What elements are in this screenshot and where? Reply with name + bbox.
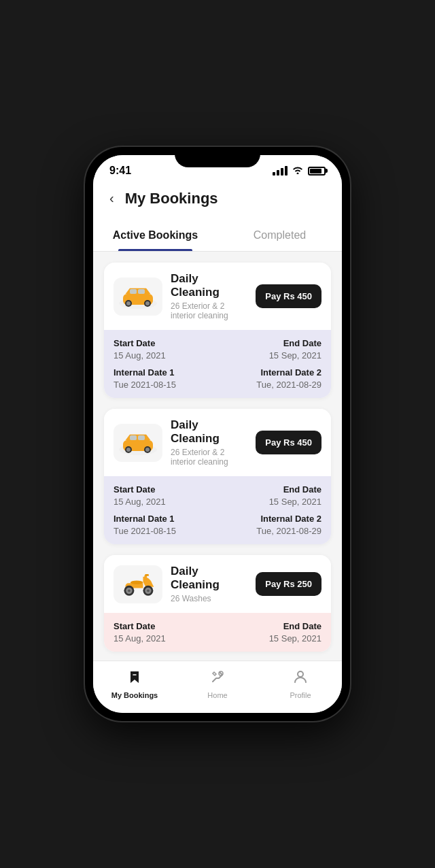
status-icons — [273, 165, 326, 176]
booking-card: Daily Cleaning 26 Exterior & 2 interior … — [104, 263, 331, 398]
vehicle-icon-wrapper — [114, 278, 162, 316]
nav-label-profile: Profile — [290, 691, 311, 699]
svg-rect-3 — [138, 289, 145, 294]
internal-date2-col: Internal Date 2 Tue, 2021-08-29 — [256, 514, 321, 536]
date-row-1: Start Date 15 Aug, 2021 End Date 15 Sep,… — [114, 338, 321, 361]
end-date-col: End Date 15 Sep, 2021 — [269, 484, 321, 507]
start-date-col: Start Date 15 Aug, 2021 — [114, 338, 166, 361]
bottom-nav: My Bookings Home — [93, 661, 342, 713]
card-info: Daily Cleaning 26 Exterior & 2 interior … — [171, 418, 247, 467]
card-top: Daily Cleaning 26 Washes Pay Rs 250 — [104, 555, 331, 613]
internal-date1-label: Internal Date 1 — [114, 367, 176, 378]
internal-date1-col: Internal Date 1 Tue 2021-08-15 — [114, 367, 176, 390]
pay-button[interactable]: Pay Rs 450 — [256, 284, 321, 308]
card-title: Daily Cleaning — [171, 272, 247, 299]
internal-date1-value: Tue 2021-08-15 — [114, 526, 176, 536]
tabs: Active Bookings Completed — [93, 220, 342, 252]
end-date-label: End Date — [283, 621, 321, 631]
card-dates: Start Date 15 Aug, 2021 End Date 15 Sep,… — [104, 330, 331, 398]
internal-date2-value: Tue, 2021-08-29 — [256, 380, 321, 390]
end-date-col: End Date 15 Sep, 2021 — [269, 338, 321, 361]
page-title: My Bookings — [125, 190, 218, 207]
tools-icon — [210, 669, 225, 688]
card-info: Daily Cleaning 26 Exterior & 2 interior … — [171, 272, 247, 320]
svg-point-19 — [147, 589, 150, 592]
nav-label-home: Home — [207, 691, 227, 699]
nav-label-bookings: My Bookings — [111, 691, 158, 699]
svg-point-15 — [145, 448, 150, 452]
end-date-value: 15 Sep, 2021 — [269, 633, 321, 644]
start-date-label: Start Date — [114, 338, 166, 348]
card-top: Daily Cleaning 26 Exterior & 2 interior … — [104, 263, 331, 330]
status-time: 9:41 — [109, 165, 131, 177]
booking-card: Daily Cleaning 26 Washes Pay Rs 250 Star… — [104, 555, 331, 652]
battery-icon — [308, 167, 326, 176]
internal-date2-col: Internal Date 2 Tue, 2021-08-29 — [256, 367, 321, 390]
notch — [175, 147, 260, 167]
tab-active-bookings[interactable]: Active Bookings — [93, 220, 218, 251]
date-row-1: Start Date 15 Aug, 2021 End Date 15 Sep,… — [114, 484, 321, 507]
back-button[interactable]: ‹ — [107, 188, 117, 209]
bookings-list: Daily Cleaning 26 Exterior & 2 interior … — [93, 252, 342, 661]
bookmark-icon — [127, 669, 142, 688]
end-date-value: 15 Sep, 2021 — [269, 350, 321, 361]
card-top: Daily Cleaning 26 Exterior & 2 interior … — [104, 409, 331, 476]
card-dates-pink: Start Date 15 Aug, 2021 End Date 15 Sep,… — [104, 613, 331, 652]
internal-date1-value: Tue 2021-08-15 — [114, 380, 176, 390]
scooter-icon — [119, 570, 157, 599]
signal-icon — [273, 166, 288, 176]
svg-point-23 — [130, 580, 143, 584]
internal-date2-value: Tue, 2021-08-29 — [256, 526, 321, 536]
nav-item-home[interactable]: Home — [176, 667, 259, 702]
end-date-label: End Date — [283, 338, 321, 348]
date-row-2: Internal Date 1 Tue 2021-08-15 Internal … — [114, 367, 321, 390]
start-date-value: 15 Aug, 2021 — [114, 633, 166, 644]
svg-rect-10 — [130, 435, 137, 440]
vehicle-icon-wrapper — [114, 424, 162, 462]
tab-completed[interactable]: Completed — [218, 220, 342, 251]
svg-rect-2 — [130, 289, 137, 294]
svg-point-5 — [126, 301, 130, 305]
card-dates: Start Date 15 Aug, 2021 End Date 15 Sep,… — [104, 476, 331, 544]
end-date-col: End Date 15 Sep, 2021 — [269, 621, 321, 644]
card-subtitle: 26 Exterior & 2 interior cleaning — [171, 301, 247, 320]
internal-date2-label: Internal Date 2 — [260, 514, 321, 524]
header: ‹ My Bookings — [93, 181, 342, 220]
nav-item-profile[interactable]: Profile — [259, 667, 342, 702]
svg-rect-11 — [138, 435, 145, 440]
person-icon — [293, 669, 308, 688]
svg-rect-16 — [145, 574, 149, 576]
booking-card: Daily Cleaning 26 Exterior & 2 interior … — [104, 409, 331, 544]
phone-screen: 9:41 ‹ My Book — [93, 155, 342, 713]
svg-point-22 — [128, 589, 130, 592]
start-date-value: 15 Aug, 2021 — [114, 350, 166, 361]
date-row-1: Start Date 15 Aug, 2021 End Date 15 Sep,… — [114, 621, 321, 644]
svg-point-13 — [126, 448, 130, 452]
internal-date2-label: Internal Date 2 — [260, 367, 321, 378]
svg-point-25 — [298, 671, 303, 677]
phone-frame: 9:41 ‹ My Book — [85, 147, 350, 721]
start-date-label: Start Date — [114, 621, 166, 631]
card-info: Daily Cleaning 26 Washes — [171, 565, 247, 603]
card-subtitle: 26 Exterior & 2 interior cleaning — [171, 448, 247, 467]
end-date-value: 15 Sep, 2021 — [269, 497, 321, 507]
start-date-col: Start Date 15 Aug, 2021 — [114, 621, 166, 644]
pay-button[interactable]: Pay Rs 250 — [256, 572, 321, 596]
card-subtitle: 26 Washes — [171, 594, 247, 603]
car-icon — [119, 431, 157, 455]
start-date-col: Start Date 15 Aug, 2021 — [114, 484, 166, 507]
nav-item-bookings[interactable]: My Bookings — [93, 667, 176, 702]
date-row-2: Internal Date 1 Tue 2021-08-15 Internal … — [114, 514, 321, 536]
card-title: Daily Cleaning — [171, 565, 247, 592]
car-icon — [119, 284, 157, 309]
card-title: Daily Cleaning — [171, 418, 247, 446]
pay-button[interactable]: Pay Rs 450 — [256, 431, 321, 454]
internal-date1-col: Internal Date 1 Tue 2021-08-15 — [114, 514, 176, 536]
svg-point-7 — [145, 301, 150, 305]
wifi-icon — [292, 165, 304, 176]
end-date-label: End Date — [283, 484, 321, 495]
start-date-label: Start Date — [114, 484, 166, 495]
internal-date1-label: Internal Date 1 — [114, 514, 176, 524]
vehicle-icon-wrapper — [114, 565, 162, 603]
start-date-value: 15 Aug, 2021 — [114, 497, 166, 507]
